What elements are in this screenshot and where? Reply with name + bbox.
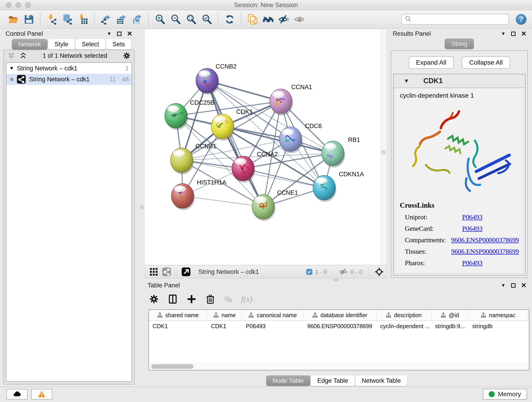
close-panel-icon[interactable]: ✕	[127, 31, 133, 37]
column-header-canonical-name[interactable]: canonical name	[242, 310, 304, 320]
import-network-from-database-button[interactable]	[61, 13, 74, 26]
network-vertical-scrollbar[interactable]	[380, 29, 386, 265]
toolbar-separator	[148, 13, 149, 26]
warning-button[interactable]	[31, 389, 52, 400]
column-header-description[interactable]: description	[376, 310, 431, 320]
network-collection-row[interactable]: ▼ String Network – cdk1 1	[6, 63, 132, 74]
panel-menu-icon[interactable]: ▼	[501, 31, 506, 36]
network-row[interactable]: String Network – cdk1 11 48	[6, 74, 132, 85]
open-session-button[interactable]	[7, 13, 20, 26]
minimize-window-button[interactable]	[16, 2, 21, 8]
apply-layout-button[interactable]	[223, 13, 236, 26]
current-network-dot	[10, 78, 13, 81]
add-column-icon[interactable]	[186, 294, 196, 304]
network-node-label-CCNA1: CCNA1	[291, 84, 312, 90]
splitter-grip[interactable]	[140, 205, 144, 209]
export-table-button[interactable]	[115, 13, 128, 26]
export-image-button[interactable]	[130, 13, 144, 26]
crosslink-link[interactable]: P06493	[462, 259, 482, 267]
tab-network[interactable]: Network	[12, 39, 47, 50]
crosslink-label: Compartments:	[405, 236, 451, 244]
float-panel-icon[interactable]	[511, 32, 515, 36]
close-panel-icon[interactable]: ✕	[521, 282, 526, 289]
table-gear-icon[interactable]	[149, 294, 159, 304]
close-panel-icon[interactable]: ✕	[521, 31, 526, 37]
tab-select[interactable]: Select	[75, 39, 105, 50]
tab-style[interactable]: Style	[48, 39, 75, 50]
hidden-eye-slash-icon	[339, 268, 348, 276]
tree-expander-icon[interactable]: ▼	[9, 65, 17, 71]
tab-network-table[interactable]: Network Table	[355, 375, 407, 386]
hidden-count-badge: 0 - 0	[351, 268, 362, 275]
toolbar-separator	[40, 13, 41, 26]
crosslink-label: Uniprot:	[405, 213, 462, 221]
save-session-button[interactable]	[22, 13, 36, 26]
zoom-in-button[interactable]	[153, 13, 167, 26]
table-toolbar: f(x)	[149, 292, 530, 307]
cloud-button[interactable]	[6, 389, 27, 400]
crosslink-link[interactable]: 9606.ENSP00000378699	[451, 248, 519, 255]
detach-view-button[interactable]	[181, 267, 191, 276]
show-all-nodes-button[interactable]	[261, 13, 275, 26]
tab-node-table[interactable]: Node Table	[266, 375, 310, 386]
birdseye-toggle-button[interactable]	[149, 267, 158, 276]
expand-all-icon[interactable]	[19, 52, 27, 60]
scrollbar-thumb[interactable]	[381, 150, 386, 154]
crosslink-link[interactable]: P06493	[462, 213, 482, 221]
section-expander-icon[interactable]: ▼	[404, 78, 409, 84]
node-section-header[interactable]: ▼ CDK1	[394, 74, 525, 88]
table-panel-header: Table Panel ▼ ✕	[144, 281, 530, 290]
column-header-shared-name[interactable]: shared name	[149, 310, 207, 320]
zoom-fit-button[interactable]	[184, 13, 198, 26]
column-header-database-identifier[interactable]: database identifier	[304, 310, 376, 320]
delete-column-icon[interactable]	[205, 294, 215, 304]
selected-count-badge: 1 - 0	[315, 268, 327, 275]
zoom-window-button[interactable]	[25, 2, 31, 8]
table-cell: stringdb:9...	[431, 321, 469, 332]
import-network-button[interactable]	[45, 13, 58, 26]
network-node-label-CCNB2: CCNB2	[215, 63, 237, 70]
column-header--id[interactable]: @id	[431, 310, 469, 320]
show-hidden-button[interactable]	[293, 13, 306, 26]
zoom-out-button[interactable]	[169, 13, 182, 26]
scrollbar-thumb[interactable]	[151, 364, 194, 369]
collapse-all-icon[interactable]	[7, 52, 15, 60]
clone-network-button[interactable]	[246, 13, 259, 26]
network-selection-bar: 1 of 1 Network selected	[4, 50, 134, 61]
search-input[interactable]	[412, 16, 506, 23]
float-panel-icon[interactable]	[117, 32, 121, 36]
show-columns-icon[interactable]	[168, 294, 178, 304]
control-panel-title: Control Panel	[6, 30, 43, 37]
table-row[interactable]: CDK1CDK1P064939606.ENSP00000378699cyclin…	[149, 321, 529, 332]
hide-selected-button[interactable]	[277, 13, 290, 26]
cloud-icon	[13, 390, 21, 398]
crosshair-icon[interactable]	[375, 267, 384, 276]
collapse-all-button[interactable]: Collapse All	[462, 56, 510, 69]
import-table-button[interactable]	[76, 13, 89, 26]
tab-sets[interactable]: Sets	[106, 39, 131, 50]
column-header-namespac[interactable]: namespac	[469, 310, 528, 320]
results-panel-title: Results Panel	[393, 30, 431, 37]
table-horizontal-scrollbar[interactable]	[149, 363, 529, 370]
network-canvas[interactable]: CCNB2CCNA1CDC25BCDK1CDC6RB1CCNB1CCNA2CDK…	[144, 29, 387, 265]
help-button[interactable]: ?	[516, 14, 526, 25]
expand-all-button[interactable]: Expand All	[409, 56, 454, 69]
selected-checkbox[interactable]	[306, 269, 312, 275]
float-panel-icon[interactable]	[511, 283, 515, 288]
close-window-button[interactable]	[6, 2, 12, 8]
zoom-selected-button[interactable]	[200, 13, 213, 26]
network-badge-button[interactable]	[162, 267, 171, 276]
crosslink-link[interactable]: P06493	[462, 225, 482, 232]
sitemap-icon	[441, 313, 446, 318]
tab-string[interactable]: String	[445, 38, 474, 49]
panel-menu-icon[interactable]: ▼	[501, 283, 506, 288]
column-header-name[interactable]: name	[207, 310, 242, 320]
memory-button[interactable]: Memory	[483, 389, 527, 400]
export-network-button[interactable]	[99, 13, 113, 26]
network-graph[interactable]: CCNB2CCNA1CDC25BCDK1CDC6RB1CCNB1CCNA2CDK…	[145, 29, 380, 265]
crosslink-link[interactable]: 9606.ENSP00000378699	[451, 236, 519, 244]
panel-menu-icon[interactable]: ▼	[107, 31, 112, 36]
export-network-icon	[101, 14, 111, 25]
tab-edge-table[interactable]: Edge Table	[311, 375, 355, 386]
gear-icon[interactable]	[123, 52, 131, 60]
